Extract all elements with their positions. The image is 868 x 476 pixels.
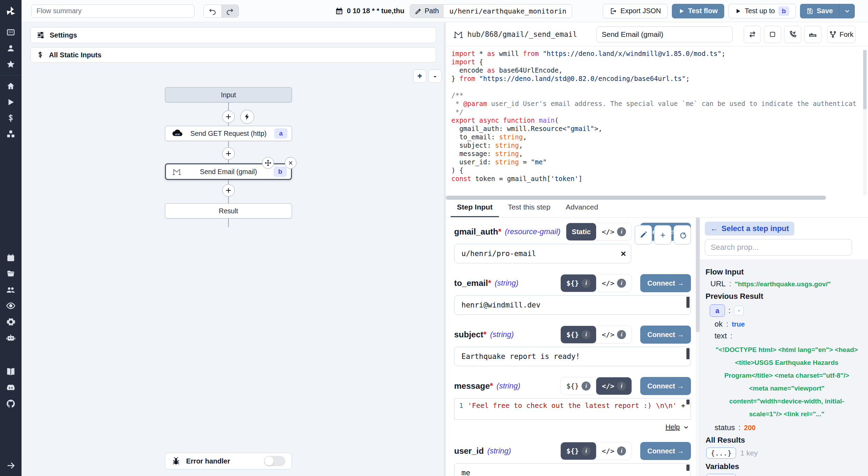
result-text-row[interactable]: text: bbox=[715, 331, 862, 340]
stop-after-if-button[interactable] bbox=[764, 26, 781, 43]
result-text-value[interactable]: "<!DOCTYPE html> <html lang="en"> <head>… bbox=[714, 343, 860, 420]
all-results-object-badge[interactable]: {...} bbox=[706, 448, 736, 459]
toggle-code[interactable]: </>i bbox=[596, 274, 632, 292]
toggle-template[interactable]: ${}i bbox=[561, 274, 596, 292]
subject-input[interactable] bbox=[454, 347, 691, 366]
edit-resource-pencil-button[interactable] bbox=[635, 225, 652, 245]
insert-step-button[interactable] bbox=[222, 184, 235, 197]
sleep-bed-icon-button[interactable] bbox=[804, 26, 821, 43]
input-resize-grip[interactable] bbox=[686, 465, 690, 471]
result-ok-row[interactable]: ok: true bbox=[715, 320, 862, 329]
to-email-mode-toggle[interactable]: ${}i </>i bbox=[560, 274, 632, 292]
suspend-phone-icon-button[interactable] bbox=[784, 26, 801, 43]
step-name-input[interactable] bbox=[596, 26, 733, 42]
refresh-resources-button[interactable] bbox=[674, 225, 691, 245]
chevron-down-icon[interactable] bbox=[683, 424, 690, 431]
toggle-template[interactable]: ${}i bbox=[561, 442, 596, 460]
fork-button[interactable]: Fork bbox=[827, 26, 856, 43]
path-chip[interactable]: Path u/henri/earthquake_monitorin bbox=[410, 4, 572, 18]
subject-connect-button[interactable]: Connect → bbox=[640, 326, 691, 344]
flow-summary-input[interactable] bbox=[31, 5, 194, 18]
gmail-auth-mode-toggle[interactable]: Static </>i bbox=[566, 223, 632, 241]
to-email-connect-button[interactable]: Connect → bbox=[640, 274, 691, 292]
test-up-to-button[interactable]: Test up to b bbox=[728, 4, 796, 18]
user-id-input[interactable] bbox=[454, 463, 691, 476]
flow-input-url-row[interactable]: URL: "https://earthquake.usgs.gov/" bbox=[710, 279, 862, 288]
step-a-result-badge[interactable]: a bbox=[710, 304, 725, 317]
undo-button[interactable] bbox=[204, 5, 221, 17]
settings-gear-icon[interactable] bbox=[0, 314, 22, 330]
variables-dollar-icon[interactable] bbox=[0, 110, 22, 126]
error-handler-switch[interactable] bbox=[264, 456, 285, 466]
flow-node-step-a[interactable]: HTTP Send GET Request (http) a bbox=[165, 126, 292, 141]
favorites-star-icon[interactable] bbox=[0, 56, 22, 72]
workers-robot-icon[interactable] bbox=[0, 330, 22, 346]
add-resource-button[interactable]: + bbox=[654, 225, 671, 245]
save-button[interactable]: Save bbox=[800, 4, 840, 18]
expand-sidebar-button[interactable] bbox=[0, 461, 22, 470]
to-email-input[interactable] bbox=[454, 295, 691, 315]
runs-play-icon[interactable] bbox=[0, 94, 22, 110]
zoom-out-button[interactable]: - bbox=[428, 69, 442, 83]
swap-script-button[interactable] bbox=[744, 26, 761, 43]
schedule-cron[interactable]: 0 10 18 * * tue,thu bbox=[335, 7, 404, 15]
error-handler-toggle-row[interactable]: Error handler bbox=[165, 453, 292, 469]
toggle-code[interactable]: </>i bbox=[596, 442, 632, 460]
toggle-code[interactable]: </>i bbox=[596, 326, 632, 343]
variables-object-badge[interactable]: {...} bbox=[706, 474, 736, 476]
collapse-result-button[interactable]: - bbox=[734, 306, 744, 315]
tab-advanced[interactable]: Advanced bbox=[559, 199, 604, 217]
insert-step-button[interactable] bbox=[222, 110, 235, 123]
redo-button[interactable] bbox=[221, 5, 239, 17]
flow-node-input[interactable]: Input bbox=[165, 87, 292, 102]
insert-step-button[interactable] bbox=[222, 147, 235, 160]
code-editor[interactable]: import * as wmill from "https://deno.lan… bbox=[446, 47, 868, 195]
user-icon[interactable] bbox=[0, 40, 22, 56]
input-resize-grip[interactable] bbox=[686, 297, 690, 308]
workspace-icon[interactable] bbox=[0, 24, 22, 40]
form-scrollbar[interactable] bbox=[696, 218, 700, 476]
toggle-code[interactable]: </>i bbox=[596, 223, 632, 240]
resources-icon[interactable] bbox=[0, 126, 22, 142]
toggle-static[interactable]: Static bbox=[566, 223, 596, 240]
user-id-connect-button[interactable]: Connect → bbox=[640, 442, 691, 460]
panel-resize-divider[interactable] bbox=[444, 22, 446, 476]
test-flow-button[interactable]: Test flow bbox=[672, 4, 724, 18]
flow-node-result[interactable]: Result bbox=[165, 203, 292, 219]
groups-icon[interactable] bbox=[0, 282, 22, 298]
editor-scrollbar[interactable] bbox=[686, 400, 690, 404]
schedules-calendar-icon[interactable] bbox=[0, 250, 22, 266]
toggle-code[interactable]: </>i bbox=[596, 377, 632, 395]
toggle-template[interactable]: ${}i bbox=[561, 326, 596, 343]
tab-test-this-step[interactable]: Test this step bbox=[502, 199, 557, 217]
flow-settings-button[interactable]: Settings bbox=[31, 27, 436, 43]
tab-step-input[interactable]: Step Input bbox=[451, 199, 499, 217]
delete-step-button[interactable] bbox=[285, 157, 297, 169]
input-resize-grip[interactable] bbox=[686, 348, 690, 359]
toggle-template[interactable]: ${}i bbox=[561, 377, 596, 395]
save-dropdown-caret[interactable] bbox=[840, 4, 855, 18]
select-step-input-button[interactable]: ← Select a step input bbox=[705, 222, 794, 236]
audit-logs-eye-icon[interactable] bbox=[0, 298, 22, 314]
export-json-button[interactable]: Export JSON bbox=[603, 4, 668, 18]
result-status-row[interactable]: status: 200 bbox=[715, 423, 862, 432]
move-step-handle[interactable] bbox=[262, 157, 274, 169]
message-code-editor[interactable]: 1 'Feel free to check out the latest rep… bbox=[454, 398, 691, 420]
message-connect-button[interactable]: Connect → bbox=[640, 377, 691, 395]
prop-search-input[interactable] bbox=[705, 239, 852, 256]
zoom-in-button[interactable]: + bbox=[413, 69, 426, 83]
all-static-inputs-button[interactable]: All Static Inputs bbox=[31, 47, 436, 63]
code-vertical-scrollbar[interactable] bbox=[863, 50, 867, 195]
subject-mode-toggle[interactable]: ${}i </>i bbox=[560, 326, 632, 344]
discord-icon[interactable] bbox=[0, 380, 22, 396]
clear-icon[interactable]: × bbox=[621, 248, 626, 259]
docs-book-icon[interactable] bbox=[0, 364, 22, 380]
github-icon[interactable] bbox=[0, 396, 22, 412]
trigger-lightning-button[interactable] bbox=[240, 110, 254, 124]
gmail-auth-resource-input[interactable]: × bbox=[454, 244, 631, 263]
user-id-mode-toggle[interactable]: ${}i </>i bbox=[560, 442, 632, 460]
windmill-logo-icon[interactable] bbox=[4, 5, 17, 18]
folders-icon[interactable] bbox=[0, 266, 22, 282]
message-mode-toggle[interactable]: ${}i </>i bbox=[560, 377, 632, 395]
home-icon[interactable] bbox=[0, 78, 22, 94]
